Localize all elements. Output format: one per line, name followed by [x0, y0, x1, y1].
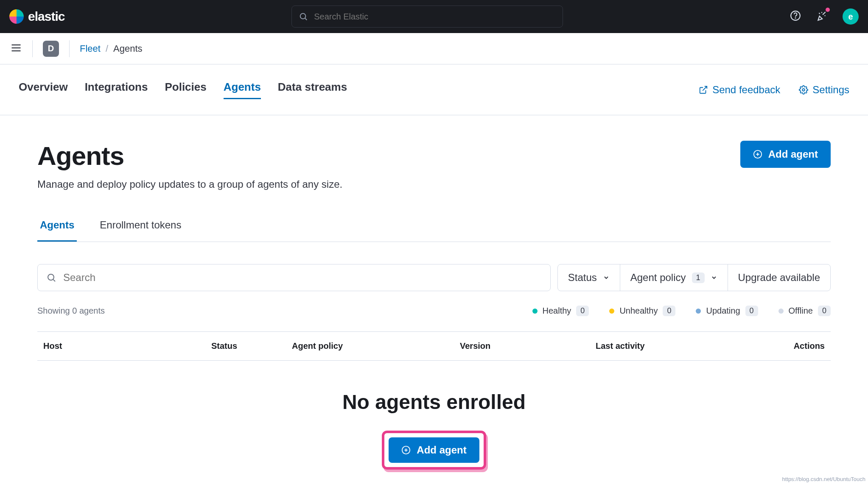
plus-circle-icon — [753, 150, 762, 159]
svg-line-13 — [53, 280, 55, 281]
user-avatar[interactable]: e — [843, 8, 859, 25]
svg-point-12 — [48, 274, 54, 280]
chip-offline[interactable]: Offline 0 — [778, 306, 831, 316]
sub-tab-agents[interactable]: Agents — [37, 219, 77, 242]
plus-circle-icon — [401, 445, 411, 455]
svg-point-3 — [795, 18, 795, 18]
search-icon — [46, 273, 56, 283]
breadcrumb-bar: D Fleet / Agents — [0, 33, 868, 64]
status-chips: Healthy 0 Unhealthy 0 Updating 0 Offline… — [532, 306, 831, 316]
breadcrumb-separator: / — [106, 43, 108, 54]
col-last-activity[interactable]: Last activity — [596, 341, 748, 351]
filter-agent-policy[interactable]: Agent policy 1 — [620, 264, 728, 291]
settings-label: Settings — [812, 84, 849, 96]
filter-status[interactable]: Status — [558, 264, 620, 291]
news-icon[interactable] — [816, 10, 827, 23]
tab-agents[interactable]: Agents — [224, 81, 261, 99]
page-header: Agents Manage and deploy policy updates … — [37, 141, 831, 190]
empty-state-title: No agents enrolled — [342, 390, 526, 414]
tab-integrations[interactable]: Integrations — [85, 81, 148, 99]
chip-label: Unhealthy — [619, 306, 658, 316]
table-body: No agents enrolled Add agent — [37, 360, 831, 484]
divider — [32, 40, 33, 57]
svg-point-0 — [300, 14, 306, 19]
sub-tab-enrollment-tokens[interactable]: Enrollment tokens — [97, 219, 184, 242]
global-search — [291, 6, 563, 28]
col-status[interactable]: Status — [211, 341, 292, 351]
nav-toggle-button[interactable] — [10, 42, 22, 56]
filter-policy-label: Agent policy — [630, 272, 686, 284]
chip-count: 0 — [663, 306, 675, 316]
filter-bar: Status Agent policy 1 Upgrade available — [37, 264, 831, 291]
page-body: Agents Manage and deploy policy updates … — [0, 115, 868, 484]
page-title: Agents — [37, 141, 342, 171]
breadcrumb-fleet[interactable]: Fleet — [80, 43, 101, 54]
empty-add-agent-label: Add agent — [417, 444, 466, 456]
filter-policy-count-badge: 1 — [692, 273, 705, 283]
chip-updating[interactable]: Updating 0 — [696, 306, 758, 316]
external-link-icon — [699, 85, 708, 95]
breadcrumb-agents: Agents — [113, 43, 143, 54]
svg-line-1 — [305, 18, 307, 20]
global-search-input[interactable] — [314, 12, 556, 22]
sub-tabs: Agents Enrollment tokens — [37, 219, 831, 242]
watermark-url: https://blog.csdn.net/UbuntuTouch — [782, 476, 865, 482]
status-dot-icon — [778, 309, 784, 314]
global-search-box[interactable] — [291, 6, 563, 28]
svg-point-8 — [803, 89, 805, 91]
chip-count: 0 — [576, 306, 589, 316]
page-subtitle: Manage and deploy policy updates to a gr… — [37, 178, 342, 190]
filter-upgrade-label: Upgrade available — [738, 272, 820, 284]
notification-dot-icon — [826, 8, 830, 12]
agents-search-input[interactable] — [63, 272, 542, 284]
topbar: elastic e — [0, 0, 868, 33]
status-dot-icon — [696, 309, 701, 314]
send-feedback-label: Send feedback — [712, 84, 780, 96]
filter-status-label: Status — [568, 272, 597, 284]
col-agent-policy[interactable]: Agent policy — [292, 341, 460, 351]
col-host[interactable]: Host — [43, 341, 211, 351]
chip-healthy[interactable]: Healthy 0 — [532, 306, 589, 316]
space-selector[interactable]: D — [43, 41, 59, 57]
chip-label: Healthy — [543, 306, 571, 316]
brand-word: elastic — [28, 9, 64, 24]
settings-link[interactable]: Settings — [799, 84, 849, 96]
chip-unhealthy[interactable]: Unhealthy 0 — [609, 306, 675, 316]
divider — [69, 40, 70, 57]
add-agent-button[interactable]: Add agent — [740, 141, 831, 168]
brand[interactable]: elastic — [9, 9, 64, 24]
table-header-row: Host Status Agent policy Version Last ac… — [37, 332, 831, 360]
search-icon — [299, 12, 308, 21]
tab-policies[interactable]: Policies — [165, 81, 206, 99]
gear-icon — [799, 85, 808, 95]
col-version[interactable]: Version — [460, 341, 596, 351]
chip-label: Updating — [706, 306, 740, 316]
topbar-actions: e — [790, 8, 859, 25]
status-summary-row: Showing 0 agents Healthy 0 Unhealthy 0 U… — [37, 306, 831, 316]
chip-count: 0 — [745, 306, 758, 316]
elastic-logo-icon — [9, 9, 24, 24]
chevron-down-icon — [603, 274, 610, 281]
chip-label: Offline — [789, 306, 813, 316]
status-dot-icon — [609, 309, 614, 314]
add-agent-label: Add agent — [768, 148, 818, 160]
status-dot-icon — [532, 309, 538, 314]
help-icon[interactable] — [790, 10, 801, 23]
highlight-annotation: Add agent — [382, 431, 486, 470]
agents-search[interactable] — [37, 264, 551, 291]
breadcrumb: Fleet / Agents — [80, 43, 143, 54]
showing-count: Showing 0 agents — [37, 306, 105, 316]
empty-add-agent-button[interactable]: Add agent — [389, 437, 479, 463]
col-actions: Actions — [748, 341, 825, 351]
filter-group: Status Agent policy 1 Upgrade available — [557, 264, 831, 291]
filter-upgrade-available[interactable]: Upgrade available — [728, 264, 830, 291]
agents-table: Host Status Agent policy Version Last ac… — [37, 331, 831, 484]
svg-line-7 — [703, 86, 707, 90]
chevron-down-icon — [711, 274, 717, 281]
chip-count: 0 — [818, 306, 831, 316]
section-tabs: Overview Integrations Policies Agents Da… — [0, 64, 868, 115]
tab-overview[interactable]: Overview — [19, 81, 68, 99]
send-feedback-link[interactable]: Send feedback — [699, 84, 780, 96]
tab-data-streams[interactable]: Data streams — [278, 81, 347, 99]
